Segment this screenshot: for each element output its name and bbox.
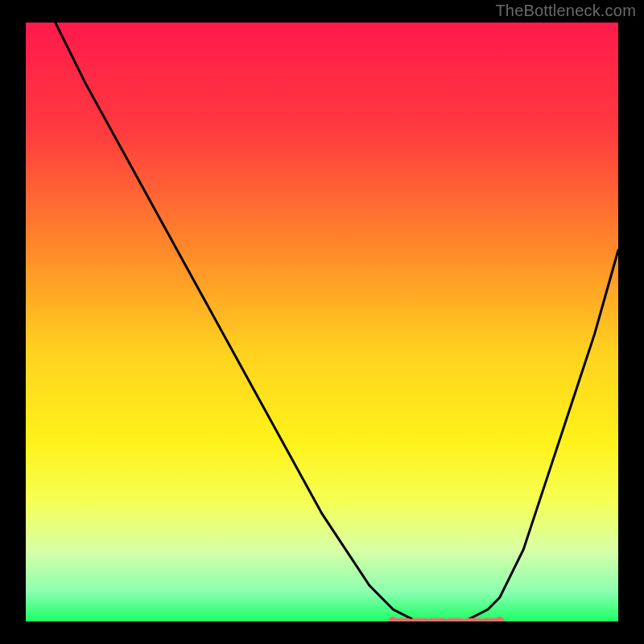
bottleneck-chart xyxy=(26,23,618,621)
watermark-text: TheBottleneck.com xyxy=(495,2,636,20)
chart-container: TheBottleneck.com xyxy=(0,0,644,644)
